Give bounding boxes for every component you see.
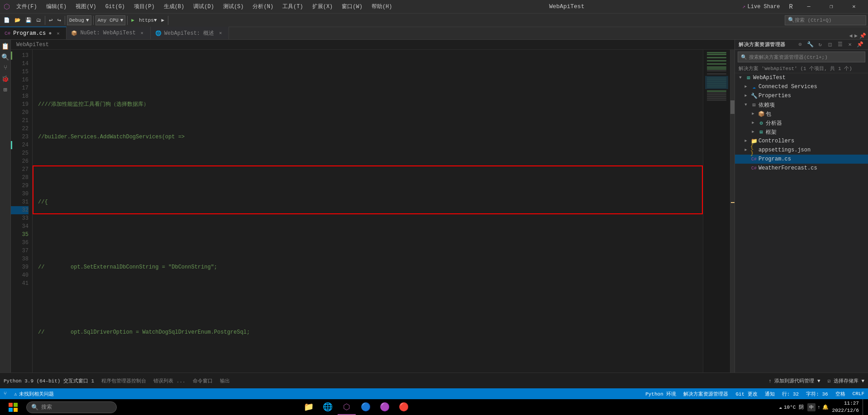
input-method-icon[interactable]: 中 [807, 403, 816, 411]
tree-item-weather[interactable]: C# WeatherForecast.cs [735, 164, 868, 173]
open-btn[interactable]: 📂 [13, 15, 23, 26]
terminal-tab-pkg[interactable]: 程序包管理器控制台 [101, 377, 146, 384]
tree-item-dependencies[interactable]: ▼ ⊞ 依赖项 [735, 100, 868, 109]
menu-edit[interactable]: 编辑(E) [43, 3, 70, 10]
activity-git[interactable]: ⑂ [1, 63, 10, 72]
tab-nuget[interactable]: 📦 NuGet: WebApiTest ✕ [67, 27, 150, 39]
show-desktop[interactable] [863, 399, 866, 415]
tree-item-connected-services[interactable]: ► ☁ Connected Services [735, 82, 868, 91]
select-repo-btn[interactable]: ☑ 选择存储库 ▼ [828, 377, 864, 384]
taskbar-chrome[interactable]: 🔴 [395, 399, 413, 415]
menu-window[interactable]: 窗口(W) [339, 3, 365, 10]
status-space[interactable]: 空格 [835, 391, 845, 397]
tab-scroll-up[interactable]: ◄ [849, 33, 853, 39]
tree-expand-connected[interactable]: ► [742, 83, 749, 90]
tab-overview[interactable]: 🌐 WebApiTest: 概述 ✕ [151, 27, 229, 39]
start-button[interactable] [2, 399, 24, 415]
tree-item-analyzer[interactable]: ► ⚙ 分析器 [735, 118, 868, 127]
terminal-tab-output[interactable]: 输出 [220, 377, 230, 384]
debug-mode-dropdown[interactable]: Debug ▼ [67, 15, 91, 25]
tab-close-nuget[interactable]: ✕ [138, 29, 146, 37]
sidebar-search[interactable]: 🔍 搜索解决方案资源管理器(Ctrl+;) [738, 52, 865, 62]
activity-explorer[interactable]: 📋 [1, 42, 10, 51]
status-errors[interactable]: ⚠ 未找到相关问题 [14, 391, 54, 397]
run-btn[interactable]: ▶ [129, 15, 136, 26]
scrollbar-vertical[interactable] [730, 50, 734, 388]
undo-btn[interactable]: ↩ [47, 15, 54, 26]
menu-debug[interactable]: 调试(D) [191, 3, 217, 10]
tree-expand-webapi[interactable]: ▼ [737, 74, 744, 81]
status-line[interactable]: 行: 32 [782, 391, 799, 397]
tree-expand-framework[interactable]: ► [749, 128, 757, 136]
activity-debug[interactable]: 🐞 [1, 74, 10, 83]
tree-item-webapi[interactable]: ▼ ⊞ WebApiTest [735, 73, 868, 82]
taskbar-file-explorer[interactable]: 📁 [300, 399, 318, 415]
tree-expand-packages[interactable]: ► [749, 110, 757, 118]
menu-analyze[interactable]: 分析(N) [250, 3, 276, 10]
tree-item-framework[interactable]: ► ⊞ 框架 [735, 127, 868, 137]
minimize-button[interactable]: ─ [798, 0, 819, 14]
taskbar-app-blue[interactable]: 🔵 [357, 399, 375, 415]
menu-project[interactable]: 项目(P) [131, 3, 157, 10]
menu-tools[interactable]: 工具(T) [280, 3, 306, 10]
sidebar-collapse-btn[interactable]: ◫ [825, 40, 835, 49]
tree-expand-analyzer[interactable]: ► [749, 119, 757, 127]
taskbar-vs[interactable]: ⬡ [338, 399, 356, 415]
terminal-tab-list[interactable]: 错误列表 ... [153, 377, 185, 384]
live-share-btn[interactable]: ↗ Live Share [739, 3, 783, 10]
menu-view[interactable]: 视图(V) [73, 3, 99, 10]
add-source-btn[interactable]: ↑ 添加到源代码管理 ▼ [768, 377, 820, 384]
code-content[interactable]: ////添加性能监控工具看门狗（选择数据库） //builder.Service… [33, 50, 703, 388]
status-solution-explorer[interactable]: 解决方案资源管理器 [683, 391, 728, 397]
search-box[interactable]: 🔍 搜索 (Ctrl+Q) [785, 15, 866, 25]
terminal-tab-python[interactable]: Python 3.9 (64-bit) 交互式窗口 1 [4, 377, 94, 384]
run-alt-btn[interactable]: ▶ [160, 15, 167, 26]
save-btn[interactable]: 💾 [24, 15, 33, 26]
save-all-btn[interactable]: 🗂 [34, 15, 43, 26]
tab-scroll-down[interactable]: ► [854, 33, 858, 39]
tab-pin[interactable]: 📌 [859, 33, 866, 39]
tree-expand-appsettings[interactable]: ► [742, 146, 749, 154]
restore-button[interactable]: ❐ [821, 0, 842, 14]
scroll-thumb[interactable] [730, 100, 734, 114]
sidebar-close-btn[interactable]: ✕ [845, 40, 854, 49]
terminal-tab-cmd[interactable]: 命令窗口 [193, 377, 213, 384]
activity-extensions[interactable]: ⊞ [1, 85, 10, 94]
tree-item-appsettings[interactable]: ► { } appsettings.json [735, 146, 868, 155]
activity-search[interactable]: 🔍 [1, 52, 10, 61]
menu-git[interactable]: Git(G) [103, 4, 128, 10]
redo-btn[interactable]: ↪ [55, 15, 62, 26]
status-notifications[interactable]: 通知 [765, 391, 775, 397]
tree-expand-controllers[interactable]: ► [742, 137, 749, 145]
cpu-dropdown[interactable]: Any CPU ▼ [95, 15, 126, 25]
taskbar-search[interactable]: 🔍 搜索 [26, 401, 117, 413]
taskbar-browser-edge[interactable]: 🌐 [319, 399, 337, 415]
tab-close-overview[interactable]: ✕ [217, 29, 224, 37]
tree-item-properties[interactable]: ► 🔧 Properties [735, 91, 868, 100]
tree-expand-dependencies[interactable]: ▼ [742, 101, 749, 108]
status-git-changes[interactable]: Git 更改 [735, 391, 757, 397]
sidebar-sync-btn[interactable]: ⊙ [796, 40, 805, 49]
status-encoding[interactable]: CRLF [853, 391, 864, 396]
menu-help[interactable]: 帮助(H) [369, 3, 395, 10]
taskbar-app-purple[interactable]: 🟣 [376, 399, 394, 415]
tree-expand-properties[interactable]: ► [742, 92, 749, 99]
weather-info[interactable]: ☁ 10°C 阴 [779, 404, 804, 410]
status-git[interactable]: ⑂ [4, 391, 9, 396]
clock[interactable]: 11:27 2022/12/6 [832, 400, 859, 414]
menu-file[interactable]: 文件(F) [14, 3, 40, 10]
status-char[interactable]: 字符: 36 [806, 391, 828, 397]
status-python[interactable]: Python 环境 [645, 391, 676, 397]
menu-test[interactable]: 测试(S) [220, 3, 247, 10]
account-icon[interactable]: R [786, 3, 796, 10]
close-button[interactable]: ✕ [844, 0, 864, 14]
sidebar-refresh-btn[interactable]: ↻ [816, 40, 825, 49]
menu-extensions[interactable]: 扩展(X) [310, 3, 336, 10]
notification-icon[interactable]: 🔔 [822, 404, 829, 410]
run-label[interactable]: https ▼ [137, 15, 159, 26]
tree-item-packages[interactable]: ► 📦 包 [735, 109, 868, 118]
upload-icon[interactable]: ↑ [817, 405, 820, 410]
sidebar-props-btn[interactable]: 🔧 [806, 40, 815, 49]
tab-program-cs[interactable]: C# Program.cs ● ✕ [0, 27, 67, 39]
menu-build[interactable]: 生成(B) [161, 3, 187, 10]
